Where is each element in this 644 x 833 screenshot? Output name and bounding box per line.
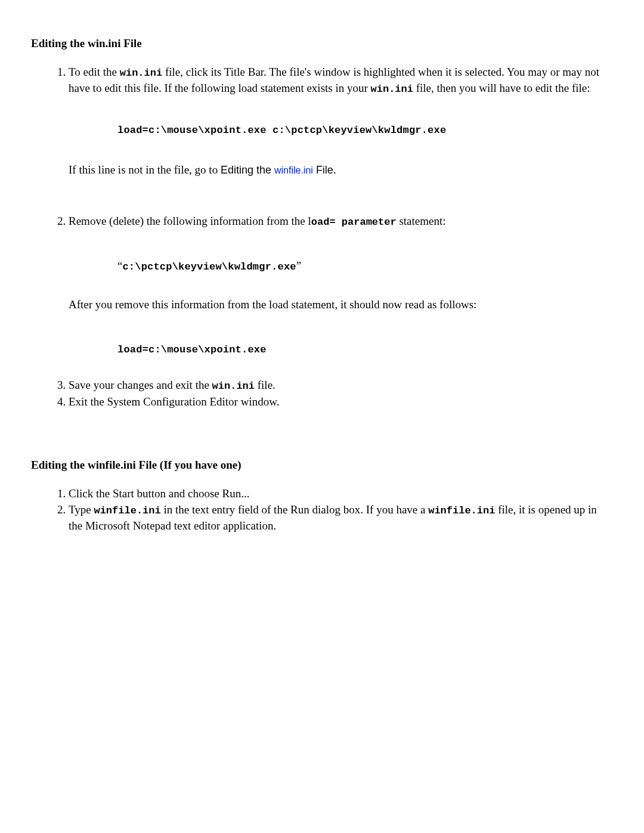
code-winini-2: win.ini	[371, 83, 413, 95]
step3-text-pre: Save your changes and exit the	[69, 379, 212, 391]
winfileini-steps-list: Click the Start button and choose Run...…	[31, 486, 613, 534]
step1-follow-sans: Editing the	[221, 164, 274, 176]
code-winini-1: win.ini	[120, 67, 162, 79]
sec2-step-2: Type winfile.ini in the text entry field…	[69, 502, 613, 534]
step2-text-pre: Remove (delete) the following informatio…	[69, 215, 311, 227]
step1-follow-sans-post: File	[313, 164, 333, 176]
code-block-load-full: load=c:\mouse\xpoint.exe c:\pctcp\keyvie…	[117, 125, 446, 136]
code-winini-3: win.ini	[212, 380, 255, 392]
step-1: To edit the win.ini file, click its Titl…	[69, 64, 613, 212]
winfileini-link[interactable]: winfile.ini	[274, 165, 313, 175]
sec2-step1-text: Click the Start button and choose Run...	[69, 487, 249, 500]
step4-text: Exit the System Configuration Editor win…	[69, 395, 279, 408]
code-block-load-short: load=c:\mouse\xpoint.exe	[117, 344, 267, 355]
sec2-step2-mid: in the text entry field of the Run dialo…	[161, 503, 429, 516]
close-quote: ”	[296, 259, 301, 272]
step2-text-mid: statement:	[397, 215, 446, 227]
winini-steps-list: To edit the win.ini file, click its Titl…	[31, 64, 613, 410]
step2-after-text: After you remove this information from t…	[69, 298, 476, 311]
step1-text-post: file, then you will have to edit the fil…	[413, 82, 590, 94]
section-heading-winfileini: Editing the winfile.ini File (If you hav…	[31, 457, 613, 473]
code-winfileini-1: winfile.ini	[94, 505, 160, 516]
step-3: Save your changes and exit the win.ini f…	[69, 377, 613, 394]
step1-follow-pre: If this line is not in the file, go to	[69, 163, 221, 176]
code-load-param: oad= parameter	[311, 216, 397, 228]
section-heading-winini: Editing the win.ini File	[31, 36, 613, 51]
step-4: Exit the System Configuration Editor win…	[69, 394, 613, 410]
code-winfileini-2: winfile.ini	[428, 505, 495, 516]
sec2-step2-pre: Type	[69, 503, 94, 516]
step3-text-post: file.	[255, 379, 275, 391]
sec2-step-1: Click the Start button and choose Run...	[69, 486, 613, 501]
code-block-kwldmgr: c:\pctcp\keyview\kwldmgr.exe	[122, 261, 296, 272]
step-2: Remove (delete) the following informatio…	[69, 213, 613, 376]
step1-follow-end: .	[333, 163, 336, 176]
step1-text-pre: To edit the	[69, 66, 120, 78]
